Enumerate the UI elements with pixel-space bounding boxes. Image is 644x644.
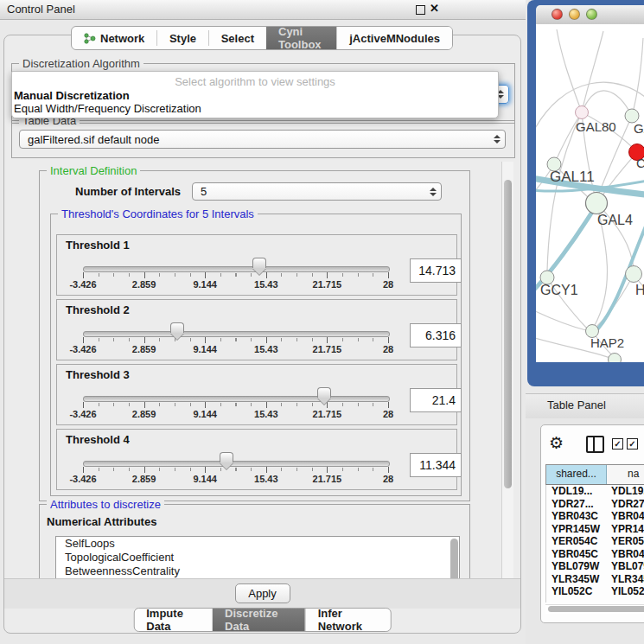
network-canvas[interactable]: GAL80 GA C GAL11 GAL4 GCY1 H HAP2 (536, 24, 644, 362)
tick (327, 337, 328, 343)
cell[interactable]: YBL079W (546, 560, 608, 573)
tab-discretize-data[interactable]: Discretize Data (213, 609, 305, 631)
bottom-tabstrip: Impute Data Discretize Data Infer Networ… (133, 608, 392, 632)
tab-select[interactable]: Select (209, 27, 266, 49)
table-row[interactable]: YDR27...YDR27... (546, 498, 644, 511)
settings-vertical-scrollbar[interactable] (501, 162, 513, 578)
tick-label: 15.43 (254, 279, 278, 290)
dropdown-option-manual-discretization[interactable]: Manual Discretization (14, 89, 130, 102)
column-header-name[interactable]: na (607, 465, 644, 484)
cell[interactable]: YDR27... (608, 498, 644, 511)
columns-icon[interactable] (586, 436, 604, 453)
tab-infer-network[interactable]: Infer Network (305, 609, 391, 631)
tick (205, 402, 206, 408)
table-data-combobox[interactable]: galFiltered.sif default node (19, 130, 506, 149)
list-scrollbar[interactable] (450, 539, 458, 578)
column-header-shared[interactable]: shared... (546, 465, 607, 484)
list-item[interactable]: BetweennessCentrality (56, 564, 459, 578)
cell[interactable]: YIL052C (546, 585, 608, 598)
cell[interactable]: YDR27... (546, 498, 608, 511)
screen: { "window": { "title": "Control Panel" }… (0, 0, 644, 644)
cell[interactable]: YLR345W (546, 573, 608, 586)
numerical-attributes-label: Numerical Attributes (47, 515, 156, 528)
cell[interactable]: YBR045C (608, 548, 644, 561)
node-gal4[interactable] (586, 193, 608, 214)
table-row[interactable]: YBL079WYBL079W (546, 560, 644, 573)
tick (144, 337, 145, 343)
table-row[interactable]: YPR145WYPR145W (546, 523, 644, 536)
float-window-icon[interactable] (416, 5, 425, 15)
apply-button[interactable]: Apply (235, 583, 290, 603)
table-row[interactable]: YBR043CYBR043C (546, 510, 644, 523)
table-horizontal-scrollbar[interactable] (545, 604, 644, 614)
threshold-3-slider-thumb[interactable] (317, 387, 331, 398)
cell[interactable]: YDL19... (608, 485, 644, 498)
threshold-3-value-field[interactable]: 21.4 (410, 388, 462, 412)
close-traffic-light[interactable] (552, 9, 563, 20)
tick-label: 2.859 (132, 279, 156, 290)
tab-jactivemnodules[interactable]: jActiveMNodules (336, 27, 452, 49)
threshold-1-slider[interactable] (83, 266, 390, 272)
cell[interactable]: YPR145W (546, 523, 608, 536)
table-panel-titlebar: Table Panel (526, 393, 644, 419)
tab-discretize-data-label: Discretize Data (225, 608, 293, 632)
tab-select-label: Select (221, 32, 254, 45)
list-item[interactable]: SelfLoops (56, 537, 459, 551)
threshold-1-slider-thumb[interactable] (252, 258, 266, 268)
threshold-4-slider[interactable] (83, 461, 390, 467)
scrollbar-thumb[interactable] (548, 606, 644, 612)
cell[interactable]: YER054C (608, 535, 644, 548)
threshold-2-slider[interactable] (83, 331, 390, 337)
cell[interactable]: YLR345W (608, 573, 644, 586)
node-bottom[interactable] (609, 354, 622, 363)
number-of-intervals-value: 5 (201, 185, 207, 198)
threshold-3-slider[interactable] (83, 396, 390, 402)
checkbox-icon[interactable]: ✓ (627, 438, 638, 450)
cell[interactable]: YBL079W (608, 560, 644, 573)
checkbox-icon[interactable]: ✓ (612, 438, 623, 450)
cyni-toolbox-panel: Discretization Algorithm Table Data galF… (3, 35, 521, 634)
cell[interactable]: YBR045C (546, 548, 608, 561)
node-pink[interactable] (576, 106, 589, 119)
table-row[interactable]: YLR345WYLR345W (546, 573, 644, 586)
cell[interactable]: YDL19... (546, 485, 608, 498)
list-item[interactable]: TopologicalCoefficient (56, 551, 459, 564)
scrollbar-thumb[interactable] (504, 180, 512, 488)
threshold-4-slider-thumb[interactable] (220, 452, 233, 462)
table-header-row: shared... na (545, 464, 644, 485)
cell[interactable]: YBR043C (608, 510, 644, 523)
cell[interactable]: YIL052C (608, 585, 644, 598)
gear-icon[interactable]: ⚙ (549, 434, 564, 453)
tab-style[interactable]: Style (157, 27, 208, 49)
numerical-attributes-list[interactable]: SelfLoops TopologicalCoefficient Between… (55, 536, 460, 578)
table-row[interactable]: YDL19...YDL19... (546, 485, 644, 498)
cell[interactable]: YPR145W (608, 523, 644, 536)
dropdown-option-equal-width-frequency[interactable]: Equal Width/Frequency Discretization (14, 102, 201, 115)
node-green-right[interactable] (626, 266, 642, 283)
threshold-4-value-field[interactable]: 11.344 (410, 453, 462, 477)
tick-label: -3.426 (69, 409, 96, 419)
tick (388, 337, 389, 343)
table-row[interactable]: YIL052CYIL052C (546, 585, 644, 598)
table-panel-title: Table Panel (547, 399, 606, 411)
threshold-2-value-field[interactable]: 6.316 (410, 323, 462, 348)
tick-label: 9.144 (193, 474, 217, 484)
node-label-gal4: GAL4 (597, 213, 633, 227)
table-row[interactable]: YBR045CYBR045C (546, 548, 644, 561)
cell[interactable]: YER054C (546, 535, 608, 548)
table-row[interactable]: YER054CYER054C (546, 535, 644, 548)
number-of-intervals-combobox[interactable]: 5 (192, 182, 442, 201)
network-tab-icon (84, 33, 96, 44)
tab-cyni-toolbox[interactable]: Cyni Toolbox (266, 27, 336, 49)
zoom-traffic-light[interactable] (586, 9, 597, 20)
node-label-gcy1: GCY1 (540, 283, 578, 297)
cell[interactable]: YBR043C (546, 510, 608, 523)
tick (205, 467, 206, 473)
threshold-1-value-field[interactable]: 14.713 (410, 258, 462, 283)
tab-network[interactable]: Network (72, 27, 156, 49)
panel-title: Control Panel (7, 3, 75, 16)
tab-impute-data[interactable]: Impute Data (134, 609, 213, 631)
threshold-2-slider-thumb[interactable] (170, 322, 184, 333)
close-icon[interactable]: ✕ (430, 2, 439, 15)
minimize-traffic-light[interactable] (569, 9, 580, 20)
